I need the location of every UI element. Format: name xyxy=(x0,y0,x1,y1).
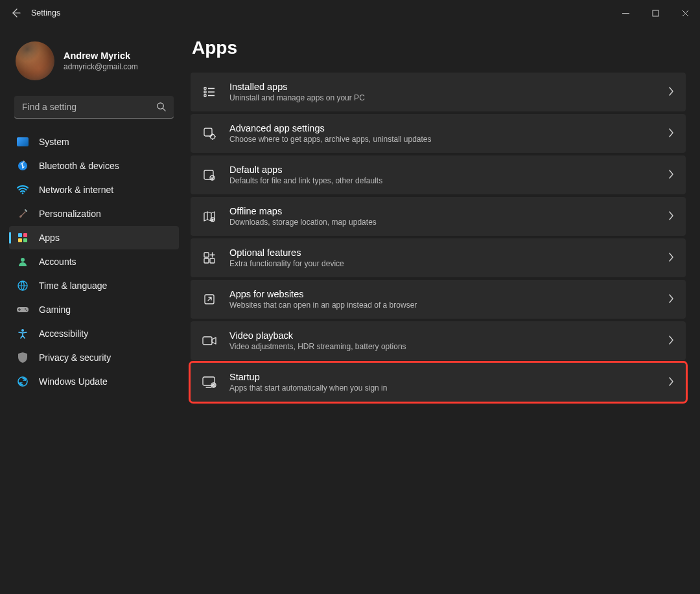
chevron-right-icon xyxy=(668,377,674,388)
nav-label: Privacy & security xyxy=(39,352,111,363)
row-subtitle: Extra functionality for your device xyxy=(229,259,655,268)
nav-label: Personalization xyxy=(39,209,101,219)
row-subtitle: Downloads, storage location, map updates xyxy=(229,218,655,227)
nav-item-apps[interactable]: Apps xyxy=(9,226,179,249)
chevron-right-icon xyxy=(668,294,674,305)
maximize-button[interactable] xyxy=(640,3,670,23)
row-default-apps[interactable]: Default apps Defaults for file and link … xyxy=(191,155,686,194)
window-controls xyxy=(611,3,700,23)
row-video-playback[interactable]: Video playback Video adjustments, HDR st… xyxy=(191,321,686,360)
row-title: Optional features xyxy=(229,247,655,258)
close-button[interactable] xyxy=(670,3,700,23)
row-title: Offline maps xyxy=(229,206,655,216)
row-title: Startup xyxy=(229,372,655,382)
svg-rect-15 xyxy=(204,87,206,89)
accessibility-icon xyxy=(17,328,29,339)
nav-item-accessibility[interactable]: Accessibility xyxy=(9,322,179,345)
svg-point-11 xyxy=(25,308,26,310)
svg-point-1 xyxy=(158,102,163,108)
svg-point-3 xyxy=(22,192,24,194)
gamepad-icon xyxy=(17,304,29,315)
row-title: Apps for websites xyxy=(229,289,655,299)
update-icon xyxy=(17,376,29,387)
svg-point-13 xyxy=(21,329,24,332)
svg-rect-7 xyxy=(23,238,27,242)
nav-label: System xyxy=(39,137,69,147)
row-subtitle: Defaults for file and link types, other … xyxy=(229,176,655,185)
globe-icon xyxy=(17,280,29,291)
svg-rect-23 xyxy=(204,253,209,257)
nav-item-windows-update[interactable]: Windows Update xyxy=(9,370,179,393)
nav-item-bluetooth[interactable]: Bluetooth & devices xyxy=(9,154,179,177)
back-button[interactable] xyxy=(9,6,22,19)
svg-point-12 xyxy=(26,310,27,311)
chevron-right-icon xyxy=(668,211,674,222)
nav-label: Windows Update xyxy=(39,376,108,387)
nav-item-network[interactable]: Network & internet xyxy=(9,178,179,201)
video-icon xyxy=(202,334,216,348)
nav-label: Accessibility xyxy=(39,328,88,339)
window-title: Settings xyxy=(31,8,60,17)
page-title: Apps xyxy=(192,38,686,58)
profile-block[interactable]: Andrew Myrick admyrick@gmail.com xyxy=(9,38,179,84)
nav-item-accounts[interactable]: Accounts xyxy=(9,250,179,273)
row-offline-maps[interactable]: Offline maps Downloads, storage location… xyxy=(191,197,686,236)
avatar xyxy=(16,41,54,80)
row-startup[interactable]: Startup Apps that start automatically wh… xyxy=(191,363,686,402)
nav-label: Gaming xyxy=(39,304,71,315)
nav-item-personalization[interactable]: Personalization xyxy=(9,202,179,225)
row-subtitle: Apps that start automatically when you s… xyxy=(229,383,655,393)
svg-rect-4 xyxy=(18,233,22,237)
titlebar: Settings xyxy=(0,0,700,26)
nav-item-gaming[interactable]: Gaming xyxy=(9,298,179,321)
search-input[interactable] xyxy=(14,96,174,119)
svg-point-8 xyxy=(21,258,25,262)
open-external-icon xyxy=(202,292,216,306)
list-icon xyxy=(202,85,216,99)
row-title: Video playback xyxy=(229,330,655,341)
row-optional-features[interactable]: Optional features Extra functionality fo… xyxy=(191,238,686,277)
svg-rect-24 xyxy=(210,258,215,263)
nav-item-privacy[interactable]: Privacy & security xyxy=(9,346,179,369)
main-content: Apps Installed apps Uninstall and manage… xyxy=(188,26,700,594)
row-apps-for-websites[interactable]: Apps for websites Websites that can open… xyxy=(191,280,686,319)
map-icon xyxy=(202,209,216,223)
nav-label: Time & language xyxy=(39,280,107,291)
svg-point-19 xyxy=(211,135,215,139)
brush-icon xyxy=(17,208,29,220)
row-advanced-app-settings[interactable]: Advanced app settings Choose where to ge… xyxy=(191,114,686,153)
row-title: Installed apps xyxy=(229,82,655,92)
nav-label: Apps xyxy=(39,233,60,243)
row-subtitle: Choose where to get apps, archive apps, … xyxy=(229,135,655,144)
row-installed-apps[interactable]: Installed apps Uninstall and manage apps… xyxy=(191,73,686,111)
nav-label: Accounts xyxy=(39,257,76,267)
row-subtitle: Video adjustments, HDR streaming, batter… xyxy=(229,342,655,351)
chevron-right-icon xyxy=(668,253,674,264)
nav-item-system[interactable]: System xyxy=(9,130,179,154)
sidebar: Andrew Myrick admyrick@gmail.com System … xyxy=(0,26,188,594)
default-apps-icon xyxy=(202,168,216,182)
accounts-icon xyxy=(17,256,29,268)
svg-rect-25 xyxy=(204,258,209,263)
search-icon xyxy=(156,102,166,113)
shield-icon xyxy=(17,352,29,363)
system-icon xyxy=(17,136,29,148)
chevron-right-icon xyxy=(668,87,674,98)
nav-item-time-language[interactable]: Time & language xyxy=(9,274,179,297)
apps-icon xyxy=(17,232,29,244)
svg-rect-0 xyxy=(653,10,659,16)
svg-rect-17 xyxy=(204,95,206,97)
svg-rect-5 xyxy=(23,233,27,237)
chevron-right-icon xyxy=(668,170,674,181)
startup-icon xyxy=(202,375,216,389)
row-subtitle: Uninstall and manage apps on your PC xyxy=(229,93,655,102)
nav-label: Bluetooth & devices xyxy=(39,161,119,171)
svg-rect-27 xyxy=(203,337,212,345)
wifi-icon xyxy=(17,184,29,196)
row-subtitle: Websites that can open in an app instead… xyxy=(229,301,655,310)
profile-email: admyrick@gmail.com xyxy=(64,62,138,71)
nav-list: System Bluetooth & devices Network & int… xyxy=(9,130,179,393)
minimize-button[interactable] xyxy=(611,3,640,23)
profile-name: Andrew Myrick xyxy=(64,51,138,61)
row-title: Advanced app settings xyxy=(229,123,655,133)
